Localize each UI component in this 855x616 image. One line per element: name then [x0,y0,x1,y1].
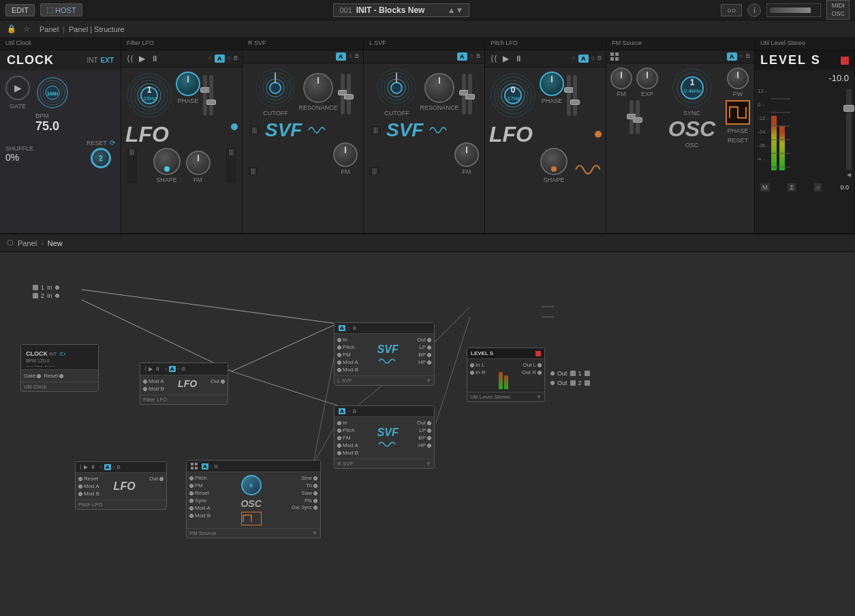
fm-src-moda-dot[interactable] [189,506,193,510]
breadcrumb-panel[interactable]: Panel [40,25,59,33]
pitch-pause-button[interactable]: ⏸ [513,52,524,65]
pitch-ab-a[interactable]: A [578,55,589,63]
slider-track-2[interactable] [209,75,213,116]
l-svf-bp-dot[interactable] [427,353,431,357]
l-svf-modb-dot[interactable] [337,368,341,372]
fm-src-pitch-dot[interactable] [189,476,193,480]
pitch-phase-knob[interactable] [540,72,564,96]
fm-ab-b[interactable]: B [746,52,750,61]
l-svf-out-dot[interactable] [427,338,431,342]
slider-track-1[interactable] [203,75,207,116]
play-button-lfo[interactable]: ▶ [138,52,146,65]
l-svf-lp-dot[interactable] [427,345,431,350]
resonance-knob[interactable] [303,73,333,103]
fm-src-tri-dot[interactable] [313,484,317,488]
fm-src-saw-dot[interactable] [313,491,317,495]
r-svf-out-dot[interactable] [427,421,431,425]
pitch-shape-knob[interactable] [540,148,568,175]
r-svf-expand[interactable]: ▼ [426,461,431,467]
level-in-r-dot[interactable] [470,371,474,375]
r-svf-fm-dot[interactable] [337,436,341,440]
out-1-dot[interactable] [550,371,555,375]
r-svf-hp-dot[interactable] [427,444,431,448]
r-svf-moda-dot[interactable] [337,444,341,448]
fm-src-sine-dot[interactable] [313,476,317,480]
r-svf-fm-knob[interactable] [333,142,358,167]
l-svf-ab-a[interactable]: A [457,52,467,61]
level-out-l-dot[interactable] [538,363,542,367]
star-icon[interactable]: ☆ [23,25,30,33]
level-in-l-dot[interactable] [470,363,474,367]
out-2-dot[interactable] [550,381,555,385]
fm-src-modb-dot[interactable] [189,514,193,518]
fm-src-fm-dot[interactable] [189,484,193,488]
pitch-dot-orange[interactable] [595,131,602,138]
fm-source-fm-knob[interactable] [610,67,632,89]
pause-button-lfo[interactable]: ⏸ [149,52,160,65]
lfo-mod-b-dot[interactable] [143,387,147,391]
fm-source-expand[interactable]: ▼ [312,530,317,536]
fm-slider-track-2[interactable] [636,100,640,134]
r-svf-modb-dot[interactable] [337,451,341,455]
r-svf-lp-dot[interactable] [427,429,431,433]
level-out-r-dot[interactable] [538,371,542,375]
pitch-slider-track-2[interactable] [573,75,577,116]
r-svf-in-dot[interactable] [337,421,341,425]
clock-mode-selector[interactable]: INT EXT [87,57,114,64]
l-svf-fm-knob[interactable] [454,142,479,167]
clock-int[interactable]: INT [87,57,97,64]
circle-button[interactable]: ○ [814,183,822,191]
shuffle-value[interactable]: 0% [5,152,33,163]
phase-knob[interactable] [176,72,200,96]
info-button[interactable]: i [747,3,761,17]
loop-button[interactable]: ○○ [721,4,742,16]
ab-b-button[interactable]: B [234,55,238,63]
l-svf-hp-dot[interactable] [427,360,431,365]
l-svf-slider-track-2[interactable] [468,74,472,114]
midi-osc-button[interactable]: MIDI OSC [826,0,850,20]
rewind-button[interactable]: ⟨⟨ [125,52,135,65]
dot-a[interactable] [231,123,238,130]
fm-src-oscsync-dot[interactable] [313,506,317,510]
m-button[interactable]: M [760,183,770,191]
reset-knob[interactable]: 2 [91,148,111,168]
pitch-lfo-moda-dot[interactable] [78,484,82,489]
clock-gate-dot[interactable] [37,374,41,378]
clock-reset-dot[interactable] [59,374,63,378]
lfo-mod-a-dot[interactable] [143,380,147,384]
r-svf-slider-track-2[interactable] [347,74,351,114]
preset-selector[interactable]: 001 INIT - Blocks New ▲▼ [333,3,469,17]
r-svf-ab-a[interactable]: A [336,52,346,61]
r-svf-ab-b[interactable]: B [355,52,359,61]
pitch-rewind-button[interactable]: ⟨⟨ [489,52,499,65]
l-svf-fm-dot[interactable] [337,353,341,357]
pitch-lfo-modb-dot[interactable] [78,492,82,496]
host-button[interactable]: ⬚ HOST [40,3,82,16]
r-svf-bp-dot[interactable] [427,436,431,440]
r-svf-slider-track-1[interactable] [341,74,345,114]
play-button[interactable]: ▶ [5,76,30,100]
clock-ext[interactable]: EXT [101,57,114,64]
fm-knob-lfo[interactable] [186,151,211,175]
l-svf-in-dot[interactable] [337,338,341,342]
io-2-port[interactable] [55,294,59,298]
l-svf-ab-b[interactable]: B [476,52,480,61]
fm-ab-a[interactable]: A [727,52,737,61]
breadcrumb-structure[interactable]: Panel | Structure [69,25,125,33]
io-1-port[interactable] [55,286,59,290]
pitch-ab-b[interactable]: B [597,55,602,63]
pw-knob[interactable] [727,67,749,89]
r-svf-pitch-dot[interactable] [337,429,341,433]
pitch-lfo-out-dot[interactable] [159,477,164,481]
pitch-lfo-reset-dot[interactable] [78,477,82,481]
edit-button[interactable]: EDIT [5,4,35,16]
breadcrumb2-panel[interactable]: Panel [18,239,37,247]
level-db-value[interactable]: -10.0 [760,73,849,83]
pitch-slider-track-1[interactable] [567,75,571,116]
fm-src-pls-dot[interactable] [313,499,317,503]
lfo-out-dot[interactable] [221,380,225,384]
l-svf-slider-track-1[interactable] [462,74,466,114]
l-svf-expand[interactable]: ▼ [426,378,431,384]
pitch-play-button[interactable]: ▶ [501,52,510,65]
sigma-button[interactable]: Σ [788,183,796,191]
